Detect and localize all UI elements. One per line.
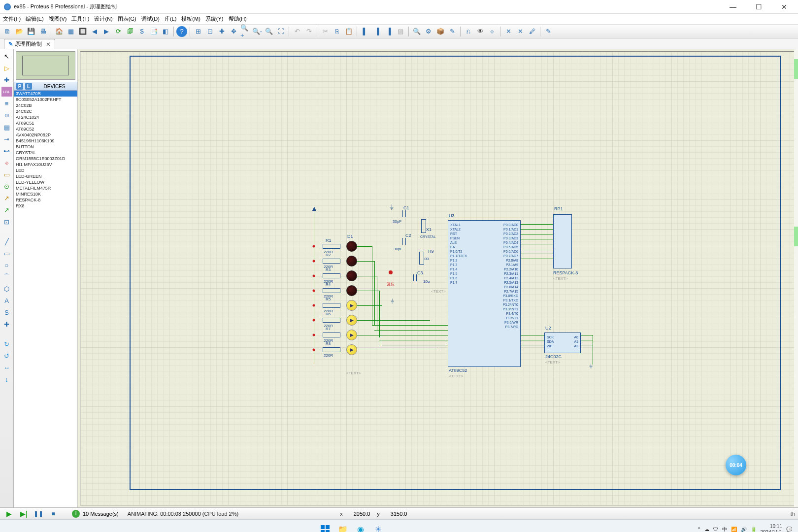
menu-tools[interactable]: 工具(T) bbox=[71, 15, 89, 23]
menu-debug[interactable]: 调试(D) bbox=[141, 15, 160, 23]
xref-icon[interactable]: ✕ bbox=[503, 26, 514, 37]
menu-view[interactable]: 视图(V) bbox=[49, 15, 67, 23]
graph-icon[interactable]: ⟐ bbox=[1, 158, 12, 167]
line-icon[interactable]: ╱ bbox=[1, 236, 12, 246]
rotate-ccw-icon[interactable]: ↺ bbox=[1, 351, 12, 361]
align-r-icon[interactable]: ▐ bbox=[383, 26, 394, 37]
canvas-area[interactable]: XTAL1XTAL2RSTPSENALEEAP1.0/T2P1.1/T2EXP1… bbox=[78, 49, 798, 507]
grid-icon[interactable]: ⊞ bbox=[193, 26, 203, 37]
crystal-icon[interactable] bbox=[421, 219, 426, 233]
junction-icon[interactable]: ✚ bbox=[1, 75, 12, 85]
binoc-icon[interactable]: 👁 bbox=[475, 26, 486, 37]
resistor[interactable] bbox=[323, 288, 340, 293]
library-icon[interactable]: ⚙ bbox=[423, 26, 434, 37]
start-icon[interactable] bbox=[318, 523, 332, 532]
path-icon[interactable]: ⬡ bbox=[1, 284, 12, 294]
resistor[interactable] bbox=[323, 244, 340, 249]
resistor[interactable] bbox=[323, 318, 340, 323]
back-icon[interactable]: ◀ bbox=[89, 26, 100, 37]
edge-icon[interactable]: ◉ bbox=[354, 523, 367, 532]
list-item[interactable]: BUTTON bbox=[14, 144, 77, 150]
snap-icon[interactable]: ⊡ bbox=[204, 26, 215, 37]
net-icon[interactable]: ⟐ bbox=[487, 26, 498, 37]
explorer-icon[interactable]: 📁 bbox=[336, 523, 350, 532]
rp1-chip[interactable] bbox=[553, 214, 572, 268]
symbol-icon[interactable]: S bbox=[1, 307, 12, 317]
shield-icon[interactable]: 🛡 bbox=[713, 527, 718, 532]
led-yellow[interactable] bbox=[346, 300, 357, 311]
tab-close-icon[interactable]: ✕ bbox=[46, 41, 51, 48]
list-item[interactable]: MINRES10K bbox=[14, 191, 77, 197]
menu-help[interactable]: 帮助(H) bbox=[229, 15, 247, 23]
subcircuit-icon[interactable]: ▤ bbox=[1, 122, 12, 132]
forward-icon[interactable]: ▶ bbox=[101, 26, 112, 37]
battery-icon[interactable]: 🔋 bbox=[751, 527, 757, 532]
led-yellow[interactable] bbox=[346, 315, 357, 326]
volume-icon[interactable]: 🔊 bbox=[741, 527, 747, 532]
textg-icon[interactable]: A bbox=[1, 296, 12, 305]
stop-button[interactable]: ■ bbox=[47, 509, 59, 518]
tape-icon[interactable]: ▭ bbox=[1, 169, 12, 179]
led-red[interactable] bbox=[346, 241, 357, 252]
r9-sym[interactable] bbox=[419, 252, 424, 265]
rotate-cw-icon[interactable]: ↻ bbox=[1, 339, 12, 349]
led-yellow[interactable] bbox=[346, 330, 357, 340]
zoom-fit-icon[interactable]: 🔍 bbox=[264, 26, 274, 37]
pick-l-icon[interactable]: L bbox=[25, 83, 32, 90]
xref2-icon[interactable]: ✕ bbox=[515, 26, 526, 37]
copy-icon[interactable]: ⎘ bbox=[332, 26, 342, 37]
zoom-out-icon[interactable]: 🔍- bbox=[252, 26, 263, 37]
maximize-button[interactable]: ☐ bbox=[749, 3, 768, 11]
resistor[interactable] bbox=[323, 259, 340, 264]
list-item[interactable]: LED bbox=[14, 167, 77, 173]
list-item[interactable]: AT24C1024 bbox=[14, 114, 77, 120]
clock[interactable]: 10:11 2024/11/1 bbox=[761, 524, 783, 532]
device-list[interactable]: 3WATT470R 8C0S052A1002FKHFT 24C02B 24C02… bbox=[14, 91, 77, 507]
info-icon[interactable]: i bbox=[72, 510, 80, 518]
list-item[interactable]: AT89C51 bbox=[14, 120, 77, 126]
pick-icon[interactable]: 🔍 bbox=[411, 26, 422, 37]
marker-icon[interactable]: ✚ bbox=[1, 319, 12, 329]
led-red[interactable] bbox=[346, 285, 357, 296]
list-item[interactable]: CRYSTAL bbox=[14, 150, 77, 156]
select-icon[interactable]: ↖ bbox=[1, 51, 12, 61]
origin-icon[interactable]: ✚ bbox=[216, 26, 227, 37]
list-item[interactable]: GRM1555C1E0003Z01D bbox=[14, 156, 77, 162]
cut-icon[interactable]: ✂ bbox=[320, 26, 331, 37]
list-item[interactable]: HI1 MFAX10U25V bbox=[14, 162, 77, 167]
pan-icon[interactable]: ✥ bbox=[228, 26, 239, 37]
led-red[interactable] bbox=[346, 270, 357, 281]
tab-schematic[interactable]: ✎ 原理图绘制 ✕ bbox=[4, 39, 55, 49]
messages-label[interactable]: 10 Message(s) bbox=[83, 511, 119, 517]
button-icon[interactable] bbox=[389, 270, 393, 274]
notification-icon[interactable]: 💬 bbox=[786, 527, 792, 532]
u3-chip[interactable]: XTAL1XTAL2RSTPSENALEEAP1.0/T2P1.1/T2EXP1… bbox=[448, 220, 521, 367]
block-icon[interactable]: ▨ bbox=[395, 26, 406, 37]
redo-icon[interactable]: ↷ bbox=[303, 26, 314, 37]
doc-icon[interactable]: 🗐 bbox=[125, 26, 135, 37]
menu-system[interactable]: 系统(Y) bbox=[205, 15, 224, 23]
list-item[interactable]: 24C02B bbox=[14, 102, 77, 108]
align-l-icon[interactable]: ▌ bbox=[360, 26, 370, 37]
save-button[interactable]: 💾 bbox=[26, 26, 36, 37]
pin-icon[interactable]: ⊷ bbox=[1, 146, 12, 156]
canvas[interactable]: XTAL1XTAL2RSTPSENALEEAP1.0/T2P1.1/T2EXP1… bbox=[80, 51, 796, 505]
list-item[interactable]: LED-YELLOW bbox=[14, 179, 77, 185]
paste-icon[interactable]: 📋 bbox=[343, 26, 354, 37]
generator-icon[interactable]: ⊙ bbox=[1, 181, 12, 191]
help-icon[interactable]: ? bbox=[176, 26, 187, 37]
wand-icon[interactable]: ✎ bbox=[447, 26, 458, 37]
zoom-area-icon[interactable]: ⛶ bbox=[275, 26, 286, 37]
resistor[interactable] bbox=[323, 303, 340, 308]
list-item[interactable]: RX8 bbox=[14, 203, 77, 209]
refresh-icon[interactable]: ⟳ bbox=[113, 26, 124, 37]
step-button[interactable]: ▶| bbox=[18, 509, 30, 518]
align-c-icon[interactable]: ▐ bbox=[371, 26, 382, 37]
chip-icon[interactable]: 🔲 bbox=[77, 26, 88, 37]
print-button[interactable]: 🖶 bbox=[37, 26, 48, 37]
wifi-icon[interactable]: 📶 bbox=[731, 527, 737, 532]
resistor[interactable] bbox=[323, 332, 340, 337]
resistor[interactable] bbox=[323, 347, 340, 352]
onedrive-icon[interactable]: ☁ bbox=[704, 527, 709, 532]
menu-template[interactable]: 模板(M) bbox=[181, 15, 200, 23]
